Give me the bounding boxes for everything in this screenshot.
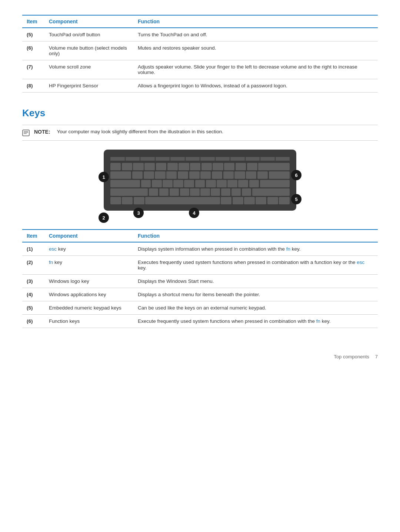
key-c	[170, 188, 179, 196]
section-title-keys: Keys	[22, 107, 378, 119]
bottom-table-header-item: Item	[22, 230, 44, 242]
bottom-table-item-3: (4)	[22, 288, 44, 301]
fn-key-3	[140, 157, 155, 161]
key-lalt	[134, 197, 144, 204]
key-k	[217, 180, 227, 187]
top-table-item-0: (5)	[22, 28, 44, 41]
bottom-table-row: (6) Function keys Execute frequently use…	[22, 315, 378, 328]
function-link: esc	[357, 260, 364, 265]
bottom-table-component-1: fn key	[44, 256, 133, 275]
keyboard-asdf-row	[110, 180, 290, 187]
key-f	[173, 180, 183, 187]
fn-key-7	[200, 157, 215, 161]
key-semicolon	[238, 180, 248, 187]
fn-key-9	[230, 157, 245, 161]
fn-key-2	[126, 157, 140, 161]
function-link: fn	[286, 246, 290, 252]
callout-6: 6	[291, 170, 301, 180]
top-table-item-2: (7)	[22, 60, 44, 79]
fn-key-8	[216, 157, 230, 161]
top-table-function-1: Mutes and restores speaker sound.	[133, 41, 378, 60]
key-up	[256, 197, 266, 204]
fn-key-5	[170, 157, 185, 161]
key-left	[244, 197, 255, 204]
callout-1: 1	[99, 172, 109, 182]
key-e	[155, 171, 165, 179]
key-fn	[110, 197, 121, 204]
key-quote	[249, 180, 259, 187]
key-u	[200, 171, 211, 179]
top-table-function-2: Adjusts speaker volume. Slide your finge…	[133, 60, 378, 79]
bottom-table-row: (3) Windows logo key Displays the Window…	[22, 275, 378, 288]
key-ralt	[221, 197, 231, 204]
key-backtick	[110, 163, 121, 170]
top-table: Item Component Function (5) TouchPad on/…	[22, 15, 378, 93]
key-rbracket	[257, 171, 268, 179]
function-text: Displays system information when pressed…	[138, 246, 286, 252]
key-v	[180, 188, 189, 196]
bottom-table-function-2: Displays the Windows Start menu.	[133, 275, 378, 288]
top-table-function-3: Allows a fingerprint logon to Windows, i…	[133, 79, 378, 93]
bottom-table: Item Component Function (1) esc key Disp…	[22, 229, 378, 328]
bottom-table-component-2: Windows logo key	[44, 275, 133, 288]
bottom-table-item-2: (3)	[22, 275, 44, 288]
key-2	[133, 163, 143, 170]
key-w	[144, 171, 154, 179]
key-space	[145, 197, 220, 204]
key-j	[206, 180, 216, 187]
top-table-component-1: Volume mute button (select models only)	[44, 41, 133, 60]
key-capslock	[110, 180, 140, 187]
bottom-table-function-1: Executes frequently used system function…	[133, 256, 378, 275]
key-equals	[247, 163, 257, 170]
key-r	[166, 171, 177, 179]
key-p	[234, 171, 245, 179]
key-1	[122, 163, 132, 170]
top-table-header-component: Component	[44, 15, 133, 28]
function-text: key.	[290, 246, 301, 252]
key-n	[200, 188, 210, 196]
bottom-table-component-5: Function keys	[44, 315, 133, 328]
key-s	[152, 180, 162, 187]
key-h	[195, 180, 205, 187]
top-table-row: (6) Volume mute button (select models on…	[22, 41, 378, 60]
key-a	[141, 180, 151, 187]
page-footer: Top components 7	[22, 350, 378, 359]
top-table-component-2: Volume scroll zone	[44, 60, 133, 79]
bottom-table-item-0: (1)	[22, 242, 44, 256]
callout-2: 2	[99, 213, 109, 223]
bottom-table-row: (1) esc key Displays system information …	[22, 242, 378, 256]
callout-3: 3	[133, 208, 144, 218]
fn-key-6	[186, 157, 200, 161]
keyboard-top-bar	[110, 157, 290, 161]
key-minus	[236, 163, 246, 170]
bottom-table-item-5: (6)	[22, 315, 44, 328]
keyboard-num-row	[110, 163, 290, 170]
svg-rect-0	[23, 130, 29, 136]
key-g	[184, 180, 194, 187]
key-slash	[242, 188, 251, 196]
component-link-1: fn	[49, 260, 53, 265]
function-text: key.	[320, 318, 331, 324]
callout-5: 5	[291, 194, 301, 204]
bottom-table-component-4: Embedded numeric keypad keys	[44, 301, 133, 315]
key-3	[144, 163, 155, 170]
key-7	[190, 163, 200, 170]
note-icon	[22, 129, 30, 137]
key-enter	[260, 180, 290, 187]
key-i	[212, 171, 222, 179]
key-d	[163, 180, 173, 187]
key-x	[159, 188, 169, 196]
key-t	[178, 171, 188, 179]
note-text: Your computer may look slightly differen…	[57, 129, 223, 134]
fn-key-10	[246, 157, 260, 161]
function-text: key.	[138, 265, 147, 271]
key-tab	[110, 171, 131, 179]
key-lshift	[110, 188, 148, 196]
key-z	[149, 188, 158, 196]
key-9	[213, 163, 223, 170]
key-m	[211, 188, 220, 196]
keyboard-image	[104, 150, 296, 211]
function-link: fn	[316, 318, 320, 324]
key-q	[132, 171, 143, 179]
function-text: Execute frequently used system functions…	[138, 318, 316, 324]
